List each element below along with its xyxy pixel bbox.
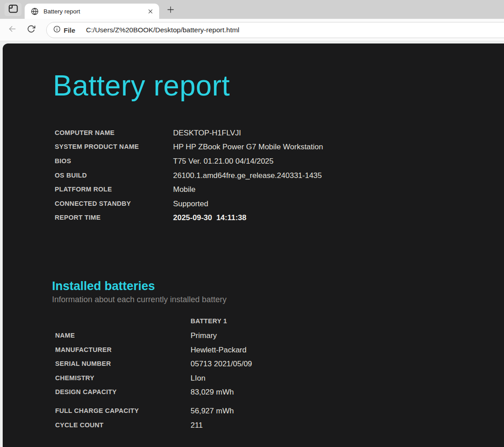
row-value: T75 Ver. 01.21.00 04/14/2025 xyxy=(173,154,486,169)
row-label: DESIGN CAPACITY xyxy=(55,385,191,399)
info-circle-icon xyxy=(53,26,61,35)
section-subheading: Information about each currently install… xyxy=(52,295,486,304)
row-label: OS BUILD xyxy=(55,169,173,183)
table-row: SYSTEM PRODUCT NAME HP HP ZBook Power G7… xyxy=(55,140,486,154)
url-scheme-label: File xyxy=(64,26,75,34)
table-row: OS BUILD 26100.1.amd64fre.ge_release.240… xyxy=(55,169,486,183)
table-row: CHEMISTRY LIon xyxy=(55,371,486,386)
table-header-row: BATTERY 1 xyxy=(55,314,486,329)
table-row: COMPUTER NAME DESKTOP-H1FLVJI xyxy=(55,126,486,140)
plus-icon xyxy=(167,6,174,15)
table-row: FULL CHARGE CAPACITY 56,927 mWh xyxy=(55,404,486,418)
row-label: SERIAL NUMBER xyxy=(55,357,191,371)
back-button[interactable] xyxy=(4,22,20,38)
address-bar[interactable]: File C:/Users/Z%20BOOK/Desktop/battery-r… xyxy=(46,22,504,38)
row-label: COMPUTER NAME xyxy=(55,126,173,140)
table-row: BIOS T75 Ver. 01.21.00 04/14/2025 xyxy=(55,154,486,169)
table-row: MANUFACTURER Hewlett-Packard xyxy=(55,343,486,357)
row-label: SYSTEM PRODUCT NAME xyxy=(55,140,173,154)
row-value: Hewlett-Packard xyxy=(191,343,486,357)
battery-report-page: Battery report COMPUTER NAME DESKTOP-H1F… xyxy=(3,43,504,447)
row-value: 56,927 mWh xyxy=(191,404,486,418)
row-value: Mobile xyxy=(173,182,486,197)
system-info-table: COMPUTER NAME DESKTOP-H1FLVJI SYSTEM PRO… xyxy=(55,126,486,225)
table-row: NAME Primary xyxy=(55,329,486,343)
row-value: LIon xyxy=(191,371,486,386)
row-value: 26100.1.amd64fre.ge_release.240331-1435 xyxy=(173,169,486,183)
section-heading: Installed batteries xyxy=(52,279,486,293)
row-label: CONNECTED STANDBY xyxy=(55,197,173,211)
tab-actions-button[interactable] xyxy=(4,3,22,16)
row-label: CYCLE COUNT xyxy=(55,418,191,433)
row-value: 83,029 mWh xyxy=(191,385,486,399)
installed-batteries-table: BATTERY 1 NAME Primary MANUFACTURER Hewl… xyxy=(55,314,486,432)
row-value: Supported xyxy=(173,197,486,211)
refresh-button[interactable] xyxy=(23,22,39,38)
table-row: PLATFORM ROLE Mobile xyxy=(55,182,486,197)
row-value: 05713 2021/05/09 xyxy=(191,357,486,371)
new-tab-button[interactable] xyxy=(164,4,177,17)
row-label: REPORT TIME xyxy=(55,211,173,225)
row-value: HP HP ZBook Power G7 Mobile Workstation xyxy=(173,140,486,154)
row-value: 211 xyxy=(191,418,486,433)
row-label: NAME xyxy=(55,329,191,343)
site-info-chip[interactable]: File xyxy=(53,26,75,35)
page-title: Battery report xyxy=(53,69,486,103)
row-label: BIOS xyxy=(55,154,173,169)
row-value: Primary xyxy=(191,329,486,343)
row-value: DESKTOP-H1FLVJI xyxy=(173,126,486,140)
report-time-value: 2025-09-30 14:11:38 xyxy=(173,211,486,225)
refresh-icon xyxy=(27,25,35,35)
tab-strip: Battery report xyxy=(0,0,504,19)
tab-title: Battery report xyxy=(43,8,146,15)
close-tab-icon[interactable] xyxy=(146,7,155,16)
url-text: C:/Users/Z%20BOOK/Desktop/battery-report… xyxy=(86,26,239,34)
row-label: MANUFACTURER xyxy=(55,343,191,357)
table-row: REPORT TIME 2025-09-30 14:11:38 xyxy=(55,211,486,225)
table-row: DESIGN CAPACITY 83,029 mWh xyxy=(55,385,486,399)
row-label: FULL CHARGE CAPACITY xyxy=(55,404,191,418)
row-label: CHEMISTRY xyxy=(55,371,191,386)
globe-icon xyxy=(31,8,39,15)
tab-actions-icon xyxy=(9,4,18,15)
battery-column-header: BATTERY 1 xyxy=(191,314,486,329)
arrow-left-icon xyxy=(8,25,17,35)
table-row: CONNECTED STANDBY Supported xyxy=(55,197,486,211)
row-label: PLATFORM ROLE xyxy=(55,182,173,197)
navigation-bar: File C:/Users/Z%20BOOK/Desktop/battery-r… xyxy=(0,19,504,41)
table-row: CYCLE COUNT 211 xyxy=(55,418,486,433)
browser-tab[interactable]: Battery report xyxy=(25,4,159,19)
table-row: SERIAL NUMBER 05713 2021/05/09 xyxy=(55,357,486,371)
content-frame: Battery report COMPUTER NAME DESKTOP-H1F… xyxy=(0,41,504,447)
header-spacer xyxy=(55,314,191,329)
